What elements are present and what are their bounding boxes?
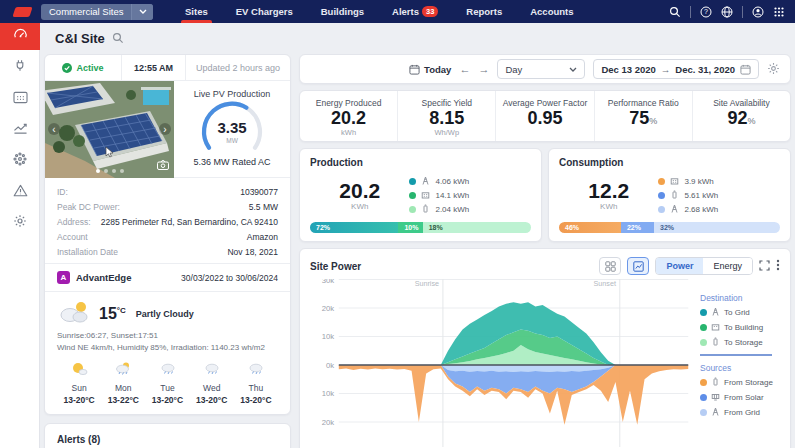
legend-from-storage[interactable]: From Storage (700, 377, 780, 388)
info-row-account: Account Amazon (57, 229, 278, 244)
production-card: Production 20.2 KWh 4.06 kWh (299, 148, 542, 242)
tab-sites[interactable]: Sites (171, 0, 222, 23)
tab-ev-chargers[interactable]: EV Chargers (222, 0, 307, 23)
battery-icon (670, 190, 679, 201)
period-select[interactable]: Day (497, 59, 585, 79)
tab-reports[interactable]: Reports (452, 0, 516, 23)
sidebar-item-settings[interactable] (0, 209, 40, 236)
sunny-icon (70, 361, 88, 381)
today-button[interactable]: Today (409, 64, 451, 75)
tab-accounts-label: Accounts (530, 6, 573, 17)
apps-grid-icon[interactable] (773, 6, 785, 18)
next-period-arrow[interactable]: → (478, 63, 489, 75)
battery-icon (711, 377, 720, 388)
app-root: Commercial Sites Sites EV Chargers Build… (0, 0, 795, 448)
account-icon[interactable] (752, 6, 764, 18)
grid-tower-icon (421, 176, 430, 187)
legend-to-grid[interactable]: To Grid (700, 307, 780, 318)
sidebar-item-alerts[interactable] (0, 178, 40, 205)
battery-icon (711, 337, 720, 348)
production-legend: 4.06 kWh 14.1 kWh 2. (409, 176, 531, 215)
today-label: Today (424, 64, 451, 75)
legend-from-storage: 3.9 kWh (658, 176, 780, 187)
site-type-selector[interactable]: Commercial Sites (41, 4, 153, 20)
main-area: C&I Site Active 12:55 AM Updated 2 hours… (40, 23, 795, 448)
legend-from-grid[interactable]: From Grid (700, 407, 780, 418)
carousel-next-icon[interactable]: › (159, 123, 171, 135)
carousel-prev-icon[interactable]: ‹ (48, 123, 60, 135)
svg-text:Sunset: Sunset (594, 279, 616, 288)
globe-icon[interactable] (721, 6, 733, 18)
site-power-header: Site Power Power Energy (310, 257, 780, 275)
site-photo-carousel[interactable]: ‹ › (45, 81, 174, 178)
grid-tower-icon (670, 204, 679, 215)
power-toggle-button[interactable]: Power (656, 258, 703, 274)
chevron-down-icon[interactable] (131, 4, 153, 20)
camera-icon[interactable] (157, 156, 169, 174)
forecast-day-name: Thu (249, 383, 264, 393)
tab-alerts-label: Alerts (392, 6, 419, 17)
svg-text:0k: 0k (326, 361, 334, 370)
dashboard-settings-gear-icon[interactable] (767, 62, 780, 77)
carousel-dot[interactable] (96, 169, 100, 173)
site-summary-card: Active 12:55 AM Updated 2 hours ago (44, 54, 291, 415)
building-icon (711, 322, 720, 333)
sidebar-item-dashboard[interactable] (0, 23, 40, 50)
sidebar-item-layout[interactable] (0, 85, 40, 112)
carousel-dot[interactable] (104, 169, 108, 173)
legend-to-building[interactable]: To Building (700, 322, 780, 333)
sidebar-item-hub[interactable] (0, 147, 40, 174)
tab-alerts[interactable]: Alerts 33 (378, 0, 452, 23)
energy-toggle-button[interactable]: Energy (703, 258, 752, 274)
consumption-total: 12.2 KWh (559, 180, 658, 211)
search-icon[interactable] (669, 6, 681, 18)
site-power-chart[interactable]: 30k20k10k0k10k20kSunriseSunset (310, 279, 694, 448)
forecast-day: Tue 13-20°C (145, 361, 189, 405)
carousel-dot[interactable] (120, 169, 124, 173)
legend-to-storage[interactable]: To Storage (700, 337, 780, 348)
kebab-menu-icon[interactable] (776, 257, 780, 275)
kpi-value: 8.15 (429, 108, 464, 129)
tab-buildings-label: Buildings (321, 6, 364, 17)
partly-cloudy-icon (57, 300, 91, 328)
prev-period-arrow[interactable]: ← (459, 63, 470, 75)
kpi-value: 75% (629, 108, 657, 129)
tab-accounts[interactable]: Accounts (516, 0, 587, 23)
layout-view-button[interactable] (599, 257, 621, 275)
info-value: 2285 Perimeter Rd, San Bernardino, CA 92… (101, 217, 278, 227)
consumption-split-bar: 46% 22% 32% (559, 222, 780, 233)
legend-from-solar[interactable]: From Solar (700, 392, 780, 403)
fullscreen-icon[interactable] (759, 257, 770, 275)
sidebar-item-ev-chargers[interactable] (0, 54, 40, 81)
help-icon[interactable]: ? (700, 6, 712, 18)
rain-icon (159, 361, 177, 381)
period-select-value: Day (505, 64, 522, 75)
pv-gauge-unit: MW (187, 137, 277, 144)
site-info-list: ID: 10390077 Peak DC Power: 5.5 MW Addre… (45, 178, 290, 264)
info-value: 10390077 (240, 187, 278, 197)
top-navigation-bar: Commercial Sites Sites EV Chargers Build… (0, 0, 795, 23)
left-sidebar (0, 23, 40, 448)
sidebar-item-charts[interactable] (0, 116, 40, 143)
carousel-dot[interactable] (112, 169, 116, 173)
date-range-picker[interactable]: Dec 13 2020 → Dec. 31, 2020 (593, 59, 759, 79)
info-label: ID: (57, 187, 68, 197)
svg-text:Sunrise: Sunrise (415, 279, 439, 288)
status-active: Active (45, 55, 121, 80)
site-type-label: Commercial Sites (41, 6, 131, 17)
ev-plug-icon (13, 58, 27, 77)
alerts-panel[interactable]: Alerts (8) (44, 423, 291, 448)
power-energy-toggle: Power Energy (655, 257, 753, 275)
chart-view-button[interactable] (627, 257, 649, 275)
site-search-icon[interactable] (112, 30, 124, 48)
info-row-peak-dc: Peak DC Power: 5.5 MW (57, 199, 278, 214)
consumption-legend: 3.9 kWh 5.61 kWh 2.6 (658, 176, 780, 215)
kpi-value: 92% (727, 108, 755, 129)
svg-text:30k: 30k (322, 279, 334, 285)
tab-buildings[interactable]: Buildings (307, 0, 378, 23)
info-row-installation: Installation Date Nov 18, 2021 (57, 244, 278, 259)
wind-humidity-line: Wind NE 4km/h, Humidity 85%, Irradiation… (57, 343, 278, 352)
forecast-day-name: Wed (203, 383, 220, 393)
forecast-day-temp: 13-20°C (63, 395, 94, 405)
legend-to-building: 14.1 kWh (409, 190, 531, 201)
